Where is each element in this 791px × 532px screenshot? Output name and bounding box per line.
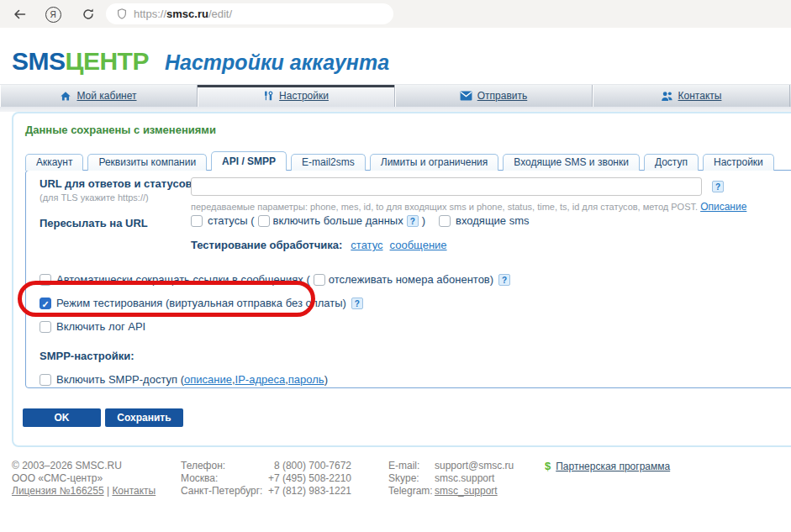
ok-button[interactable]: OK bbox=[23, 408, 101, 427]
saved-message: Данные сохранены с изменениями bbox=[25, 124, 216, 136]
partner-program-link[interactable]: Партнерская программа bbox=[556, 461, 670, 472]
tab-limits[interactable]: Лимиты и ограничения bbox=[370, 154, 499, 171]
settings-tab-strip: Аккаунт Реквизиты компании API / SMPP E-… bbox=[25, 151, 778, 171]
statuses-label[interactable]: статусы ( bbox=[208, 214, 255, 227]
api-log-row: Включить лог API bbox=[40, 320, 145, 333]
logo-center: ЦЕНТР bbox=[66, 47, 149, 75]
check-icon: ✓ bbox=[41, 299, 49, 309]
company-name: ООО «СМС-центр» bbox=[12, 472, 156, 485]
message-test-link[interactable]: сообщение bbox=[390, 239, 447, 251]
smpp-description-link[interactable]: описание bbox=[184, 373, 232, 386]
nav-tab-cabinet[interactable]: Мой кабинет bbox=[0, 85, 198, 107]
skype-label: Skype: bbox=[388, 472, 433, 485]
refresh-button[interactable] bbox=[79, 5, 98, 24]
nav-tab-label: Настройки bbox=[279, 90, 329, 102]
browser-toolbar: Я https://smsc.ru/edit/ bbox=[0, 0, 791, 28]
footer: © 2003–2026 SMSC.RU ООО «СМС-центр» Лице… bbox=[0, 460, 791, 506]
nav-tab-label: Отправить bbox=[477, 90, 528, 102]
description-link[interactable]: Описание bbox=[700, 201, 746, 213]
incoming-sms-label[interactable]: входящие sms bbox=[456, 214, 529, 227]
phone-value: 8 (800) 700-7672 bbox=[250, 460, 351, 472]
telegram-link[interactable]: smsc_support bbox=[435, 485, 498, 497]
track-numbers-checkbox[interactable] bbox=[314, 274, 325, 286]
logo-sms: SMS bbox=[12, 47, 66, 75]
forward-label: Пересылать на URL bbox=[40, 217, 148, 229]
nav-tab-send[interactable]: Отправить bbox=[395, 85, 593, 107]
tab-access[interactable]: Доступ bbox=[644, 154, 699, 171]
url-params-hint: передаваемые параметры: phone, mes, id, … bbox=[191, 201, 746, 213]
more-data-label[interactable]: включить больше данных bbox=[273, 214, 403, 227]
save-button[interactable]: Сохранить bbox=[105, 408, 183, 427]
smpp-close-paren: ) bbox=[324, 373, 328, 386]
tab-incoming-sms[interactable]: Входящие SMS и звонки bbox=[503, 154, 640, 171]
footer-partner: $Партнерская программа bbox=[545, 460, 670, 473]
smpp-access-label[interactable]: Включить SMPP-доступ ( bbox=[56, 373, 184, 386]
shorten-links-row: Автоматически сокращать ссылки в сообщен… bbox=[40, 273, 510, 286]
tab-company-details[interactable]: Реквизиты компании bbox=[87, 154, 207, 171]
test-mode-label[interactable]: Режим тестирования (виртуальная отправка… bbox=[56, 297, 346, 309]
status-test-link[interactable]: статус bbox=[351, 239, 382, 251]
moscow-value: +7 (495) 508-2210 bbox=[250, 472, 351, 485]
smsc-logo[interactable]: SMSЦЕНТР bbox=[12, 47, 149, 76]
url-path: /edit/ bbox=[208, 8, 232, 20]
browser-logo-button[interactable]: Я bbox=[44, 5, 62, 24]
callback-url-input[interactable] bbox=[191, 177, 702, 196]
footer-separator: | bbox=[104, 485, 113, 497]
footer-messenger-values: support@smsc.ru smsc.support smsc_suppor… bbox=[435, 460, 514, 498]
test-mode-help-icon[interactable]: ? bbox=[351, 298, 363, 309]
footer-company-column: © 2003–2026 SMSC.RU ООО «СМС-центр» Лице… bbox=[12, 460, 156, 498]
yandex-icon: Я bbox=[45, 7, 61, 23]
footer-contacts-link[interactable]: Контакты bbox=[112, 485, 156, 497]
nav-tab-settings[interactable]: Настройки bbox=[198, 85, 395, 107]
url-field-label: URL для ответов и статусов bbox=[40, 177, 192, 190]
nav-tab-label: Мой кабинет bbox=[76, 90, 136, 102]
handler-test-row: Тестирование обработчика: статус сообщен… bbox=[191, 239, 447, 251]
api-log-checkbox[interactable] bbox=[40, 321, 51, 333]
smpp-access-row: Включить SMPP-доступ (описание, IP-адрес… bbox=[40, 373, 328, 386]
tools-icon bbox=[263, 90, 274, 102]
incoming-sms-checkbox[interactable] bbox=[439, 215, 451, 227]
hint-text: передаваемые параметры: phone, mes, id, … bbox=[191, 202, 698, 212]
url-bar[interactable]: https://smsc.ru/edit/ bbox=[106, 3, 393, 24]
tab-account[interactable]: Аккаунт bbox=[25, 154, 83, 171]
smpp-access-checkbox[interactable] bbox=[40, 374, 51, 386]
back-button[interactable] bbox=[10, 5, 29, 24]
api-log-label[interactable]: Включить лог API bbox=[56, 320, 145, 333]
forward-options-row: статусы ( включить больше данных ? ) вхо… bbox=[191, 214, 530, 227]
email-value: support@smsc.ru bbox=[435, 460, 514, 472]
telegram-label: Telegram: bbox=[388, 485, 433, 498]
tab-api-smpp[interactable]: API / SMPP bbox=[211, 151, 287, 171]
dollar-icon: $ bbox=[545, 460, 551, 472]
footer-messenger-labels: E-mail: Skype: Telegram: bbox=[388, 460, 433, 498]
footer-phone-values: 8 (800) 700-7672 +7 (495) 508-2210 +7 (8… bbox=[250, 460, 351, 498]
nav-tab-contacts[interactable]: Контакты bbox=[593, 85, 790, 107]
smpp-ip-link[interactable]: IP-адреса bbox=[235, 373, 286, 386]
more-data-help-icon[interactable]: ? bbox=[407, 215, 419, 227]
copyright-text: © 2003–2026 SMSC.RU bbox=[12, 460, 156, 472]
envelope-icon bbox=[460, 91, 472, 101]
track-numbers-label[interactable]: отслеживать номера абонентов) bbox=[329, 273, 493, 286]
page-title: Настройки аккаунта bbox=[165, 50, 389, 75]
home-icon bbox=[60, 91, 71, 102]
tab-settings[interactable]: Настройки bbox=[703, 154, 774, 171]
smpp-password-link[interactable]: пароль bbox=[288, 373, 324, 386]
url-prefix: https:// bbox=[134, 8, 166, 20]
url-help-icon[interactable]: ? bbox=[712, 181, 724, 192]
shorten-help-icon[interactable]: ? bbox=[498, 274, 510, 286]
shield-icon bbox=[116, 8, 128, 20]
statuses-checkbox[interactable] bbox=[191, 215, 203, 227]
nav-tab-label: Контакты bbox=[678, 90, 722, 102]
shorten-links-label[interactable]: Автоматически сокращать ссылки в сообщен… bbox=[56, 273, 310, 286]
tab-email2sms[interactable]: E-mail2sms bbox=[291, 154, 366, 171]
contacts-icon bbox=[661, 91, 673, 102]
statuses-close-paren: ) bbox=[422, 214, 425, 227]
smpp-heading: SMPP-настройки: bbox=[40, 350, 134, 362]
spb-value: +7 (812) 983-1221 bbox=[250, 485, 351, 498]
test-mode-row: ✓ Режим тестирования (виртуальная отправ… bbox=[40, 297, 363, 309]
test-mode-checkbox[interactable]: ✓ bbox=[40, 298, 51, 309]
email-label: E-mail: bbox=[388, 460, 433, 472]
license-link[interactable]: Лицензия №166255 bbox=[12, 485, 104, 497]
more-data-checkbox[interactable] bbox=[258, 215, 270, 227]
shorten-links-checkbox[interactable] bbox=[40, 274, 51, 286]
handler-test-label: Тестирование обработчика: bbox=[191, 239, 342, 251]
